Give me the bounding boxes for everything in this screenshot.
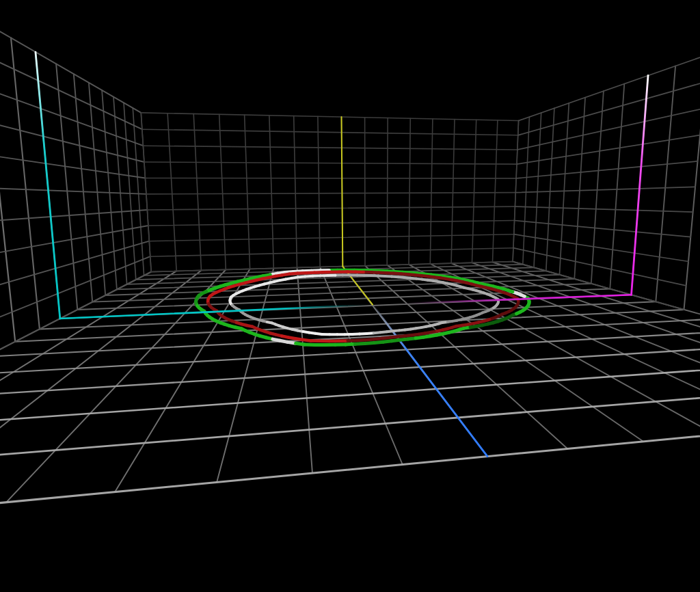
gamut-viewer-window bbox=[0, 0, 700, 592]
gamut-3d-viewport[interactable] bbox=[0, 0, 700, 592]
